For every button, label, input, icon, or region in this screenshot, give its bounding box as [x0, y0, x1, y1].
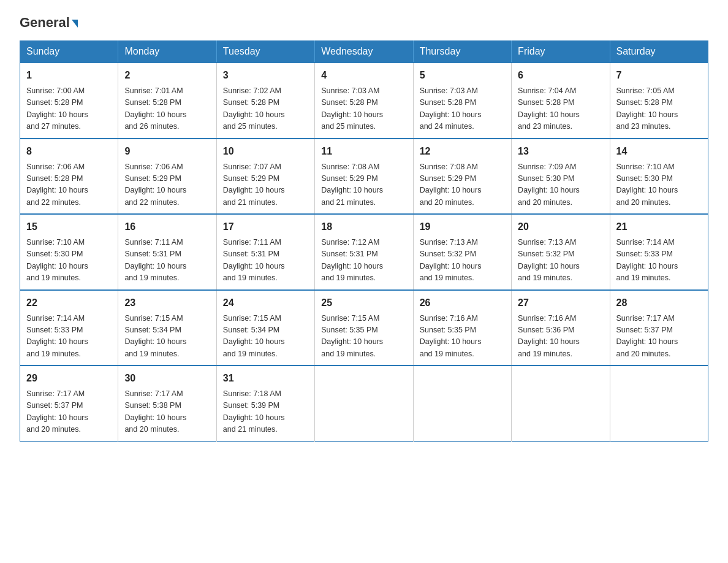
day-info: Sunrise: 7:02 AM Sunset: 5:28 PM Dayligh…	[223, 85, 308, 133]
day-info: Sunrise: 7:03 AM Sunset: 5:28 PM Dayligh…	[420, 85, 505, 133]
calendar-day-cell: 22Sunrise: 7:14 AM Sunset: 5:33 PM Dayli…	[20, 290, 118, 366]
day-info: Sunrise: 7:14 AM Sunset: 5:33 PM Dayligh…	[616, 237, 702, 285]
day-info: Sunrise: 7:18 AM Sunset: 5:39 PM Dayligh…	[223, 388, 308, 436]
calendar-day-cell: 23Sunrise: 7:15 AM Sunset: 5:34 PM Dayli…	[118, 290, 216, 366]
day-number: 2	[124, 68, 210, 83]
day-number: 12	[420, 144, 505, 159]
calendar-day-cell: 19Sunrise: 7:13 AM Sunset: 5:32 PM Dayli…	[413, 214, 511, 290]
day-info: Sunrise: 7:04 AM Sunset: 5:28 PM Dayligh…	[518, 85, 603, 133]
day-info: Sunrise: 7:13 AM Sunset: 5:32 PM Dayligh…	[420, 237, 505, 285]
day-info: Sunrise: 7:15 AM Sunset: 5:34 PM Dayligh…	[124, 313, 210, 361]
day-number: 11	[321, 144, 406, 159]
day-info: Sunrise: 7:17 AM Sunset: 5:37 PM Dayligh…	[26, 388, 112, 436]
day-number: 19	[420, 220, 505, 234]
day-info: Sunrise: 7:07 AM Sunset: 5:29 PM Dayligh…	[223, 161, 308, 209]
calendar-week-row: 1Sunrise: 7:00 AM Sunset: 5:28 PM Daylig…	[20, 63, 708, 139]
calendar-day-cell: 25Sunrise: 7:15 AM Sunset: 5:35 PM Dayli…	[315, 290, 413, 366]
day-number: 30	[124, 371, 210, 386]
day-info: Sunrise: 7:16 AM Sunset: 5:35 PM Dayligh…	[420, 313, 505, 361]
day-number: 1	[26, 68, 112, 83]
day-info: Sunrise: 7:17 AM Sunset: 5:38 PM Dayligh…	[124, 388, 210, 436]
calendar-week-row: 22Sunrise: 7:14 AM Sunset: 5:33 PM Dayli…	[20, 290, 708, 366]
day-number: 16	[124, 220, 210, 234]
day-number: 29	[26, 371, 112, 386]
day-info: Sunrise: 7:08 AM Sunset: 5:29 PM Dayligh…	[420, 161, 505, 209]
weekday-header-monday: Monday	[118, 41, 216, 63]
calendar-day-cell: 7Sunrise: 7:05 AM Sunset: 5:28 PM Daylig…	[610, 63, 708, 139]
weekday-header-sunday: Sunday	[20, 41, 118, 63]
calendar-day-cell	[413, 366, 511, 441]
day-info: Sunrise: 7:06 AM Sunset: 5:29 PM Dayligh…	[124, 161, 210, 209]
day-info: Sunrise: 7:12 AM Sunset: 5:31 PM Dayligh…	[321, 237, 406, 285]
calendar-day-cell: 9Sunrise: 7:06 AM Sunset: 5:29 PM Daylig…	[118, 139, 216, 215]
logo: General	[20, 15, 78, 31]
day-info: Sunrise: 7:08 AM Sunset: 5:29 PM Dayligh…	[321, 161, 406, 209]
calendar-day-cell: 8Sunrise: 7:06 AM Sunset: 5:28 PM Daylig…	[20, 139, 118, 215]
calendar-day-cell: 27Sunrise: 7:16 AM Sunset: 5:36 PM Dayli…	[512, 290, 610, 366]
day-info: Sunrise: 7:10 AM Sunset: 5:30 PM Dayligh…	[26, 237, 112, 285]
day-number: 26	[420, 296, 505, 310]
calendar-day-cell: 17Sunrise: 7:11 AM Sunset: 5:31 PM Dayli…	[216, 214, 314, 290]
day-number: 5	[420, 68, 505, 83]
day-number: 6	[518, 68, 603, 83]
calendar-day-cell: 26Sunrise: 7:16 AM Sunset: 5:35 PM Dayli…	[413, 290, 511, 366]
day-info: Sunrise: 7:11 AM Sunset: 5:31 PM Dayligh…	[223, 237, 308, 285]
day-number: 7	[616, 68, 702, 83]
calendar-body: 1Sunrise: 7:00 AM Sunset: 5:28 PM Daylig…	[20, 63, 708, 441]
day-info: Sunrise: 7:15 AM Sunset: 5:34 PM Dayligh…	[223, 313, 308, 361]
day-number: 4	[321, 68, 406, 83]
day-info: Sunrise: 7:05 AM Sunset: 5:28 PM Dayligh…	[616, 85, 702, 133]
day-info: Sunrise: 7:15 AM Sunset: 5:35 PM Dayligh…	[321, 313, 406, 361]
calendar-day-cell: 15Sunrise: 7:10 AM Sunset: 5:30 PM Dayli…	[20, 214, 118, 290]
weekday-header-wednesday: Wednesday	[315, 41, 413, 63]
day-number: 14	[616, 144, 702, 159]
calendar-day-cell: 20Sunrise: 7:13 AM Sunset: 5:32 PM Dayli…	[512, 214, 610, 290]
calendar-week-row: 8Sunrise: 7:06 AM Sunset: 5:28 PM Daylig…	[20, 139, 708, 215]
day-number: 15	[26, 220, 112, 234]
day-info: Sunrise: 7:14 AM Sunset: 5:33 PM Dayligh…	[26, 313, 112, 361]
calendar-day-cell: 4Sunrise: 7:03 AM Sunset: 5:28 PM Daylig…	[315, 63, 413, 139]
day-number: 25	[321, 296, 406, 310]
day-info: Sunrise: 7:10 AM Sunset: 5:30 PM Dayligh…	[616, 161, 702, 209]
day-number: 20	[518, 220, 603, 234]
day-number: 17	[223, 220, 308, 234]
calendar-day-cell: 28Sunrise: 7:17 AM Sunset: 5:37 PM Dayli…	[610, 290, 708, 366]
calendar-day-cell: 18Sunrise: 7:12 AM Sunset: 5:31 PM Dayli…	[315, 214, 413, 290]
calendar-day-cell: 24Sunrise: 7:15 AM Sunset: 5:34 PM Dayli…	[216, 290, 314, 366]
day-info: Sunrise: 7:11 AM Sunset: 5:31 PM Dayligh…	[124, 237, 210, 285]
day-number: 10	[223, 144, 308, 159]
day-number: 21	[616, 220, 702, 234]
page-header: General	[20, 15, 708, 31]
day-number: 27	[518, 296, 603, 310]
logo-line1: General	[20, 15, 78, 31]
day-info: Sunrise: 7:13 AM Sunset: 5:32 PM Dayligh…	[518, 237, 603, 285]
day-number: 8	[26, 144, 112, 159]
calendar-day-cell: 5Sunrise: 7:03 AM Sunset: 5:28 PM Daylig…	[413, 63, 511, 139]
calendar-table: SundayMondayTuesdayWednesdayThursdayFrid…	[20, 40, 708, 442]
day-number: 22	[26, 296, 112, 310]
weekday-header-friday: Friday	[512, 41, 610, 63]
day-number: 3	[223, 68, 308, 83]
day-number: 9	[124, 144, 210, 159]
calendar-day-cell: 10Sunrise: 7:07 AM Sunset: 5:29 PM Dayli…	[216, 139, 314, 215]
day-info: Sunrise: 7:03 AM Sunset: 5:28 PM Dayligh…	[321, 85, 406, 133]
calendar-day-cell: 13Sunrise: 7:09 AM Sunset: 5:30 PM Dayli…	[512, 139, 610, 215]
day-number: 31	[223, 371, 308, 386]
calendar-day-cell: 16Sunrise: 7:11 AM Sunset: 5:31 PM Dayli…	[118, 214, 216, 290]
calendar-day-cell: 29Sunrise: 7:17 AM Sunset: 5:37 PM Dayli…	[20, 366, 118, 441]
calendar-day-cell	[315, 366, 413, 441]
calendar-day-cell	[610, 366, 708, 441]
calendar-header: SundayMondayTuesdayWednesdayThursdayFrid…	[20, 41, 708, 63]
day-info: Sunrise: 7:09 AM Sunset: 5:30 PM Dayligh…	[518, 161, 603, 209]
weekday-header-thursday: Thursday	[413, 41, 511, 63]
day-info: Sunrise: 7:17 AM Sunset: 5:37 PM Dayligh…	[616, 313, 702, 361]
calendar-day-cell: 3Sunrise: 7:02 AM Sunset: 5:28 PM Daylig…	[216, 63, 314, 139]
day-number: 13	[518, 144, 603, 159]
calendar-day-cell: 14Sunrise: 7:10 AM Sunset: 5:30 PM Dayli…	[610, 139, 708, 215]
calendar-day-cell: 30Sunrise: 7:17 AM Sunset: 5:38 PM Dayli…	[118, 366, 216, 441]
day-number: 23	[124, 296, 210, 310]
calendar-day-cell: 6Sunrise: 7:04 AM Sunset: 5:28 PM Daylig…	[512, 63, 610, 139]
weekday-header-saturday: Saturday	[610, 41, 708, 63]
calendar-day-cell: 21Sunrise: 7:14 AM Sunset: 5:33 PM Dayli…	[610, 214, 708, 290]
weekday-header-tuesday: Tuesday	[216, 41, 314, 63]
